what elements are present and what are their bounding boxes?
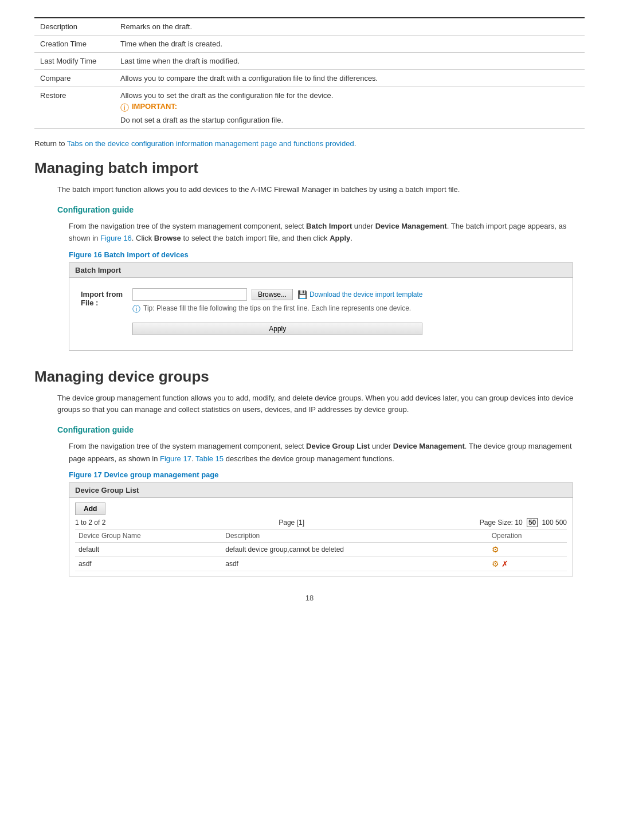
value-creation-time: Time when the draft is created.: [115, 36, 585, 53]
section1-title: Managing batch import: [34, 159, 585, 177]
label-last-modify: Last Modify Time: [34, 53, 115, 70]
return-link-container: Return to Tabs on the device configurati…: [34, 139, 585, 148]
table-row-compare: Compare Allows you to compare the draft …: [34, 70, 585, 87]
important-note: Do not set a draft as the startup config…: [120, 116, 579, 124]
cg1-bold3: Browse: [154, 234, 181, 242]
value-description: Remarks on the draft.: [115, 18, 585, 36]
label-description: Description: [34, 18, 115, 36]
cg2-text1: From the navigation tree of the system m…: [69, 442, 306, 450]
cg1-text2: under: [352, 222, 375, 230]
page-footer: 18: [34, 594, 585, 602]
page-size-label: Page Size: 10: [480, 519, 524, 527]
add-button[interactable]: Add: [75, 503, 105, 515]
label-compare: Compare: [34, 70, 115, 87]
import-controls: Browse... 💾 Download the device import t…: [132, 288, 422, 335]
section1-config-guide-heading: Configuration guide: [57, 205, 585, 214]
pagination-row: 1 to 2 of 2 Page [1] Page Size: 10 50 10…: [75, 519, 567, 527]
section2-config-guide-text: From the navigation tree of the system m…: [69, 440, 585, 465]
cg2-bold2: Device Management: [393, 442, 465, 450]
cg1-bold4: Apply: [330, 234, 350, 242]
section2-config-guide-heading: Configuration guide: [57, 425, 585, 434]
table-row-description: Description Remarks on the draft.: [34, 18, 585, 36]
import-controls-row: Browse... 💾 Download the device import t…: [132, 288, 422, 301]
cg1-text4: . Click: [132, 234, 154, 242]
table-row-restore: Restore Allows you to set the draft as t…: [34, 87, 585, 129]
download-template-link[interactable]: 💾 Download the device import template: [297, 290, 422, 299]
import-row: Import fromFile : Browse... 💾 Download t…: [81, 288, 561, 335]
batch-import-box: Batch Import Import fromFile : Browse...…: [69, 262, 573, 351]
col-device-group-name: Device Group Name: [75, 529, 222, 543]
figure17-link[interactable]: Figure 17: [160, 454, 191, 463]
op-icons: ⚙✗: [492, 559, 563, 568]
important-icon: ⓘ: [120, 103, 129, 113]
import-label: Import fromFile :: [81, 288, 132, 307]
section1-config-guide-text: From the navigation tree of the system m…: [69, 220, 585, 245]
cg1-text6: .: [350, 234, 352, 242]
edit-icon[interactable]: ⚙: [492, 545, 499, 554]
device-group-body: Add 1 to 2 of 2 Page [1] Page Size: 10 5…: [69, 498, 573, 576]
dg-name: default: [75, 543, 222, 557]
apply-button[interactable]: Apply: [132, 323, 422, 335]
dg-description: asdf: [222, 557, 488, 571]
col-operation: Operation: [488, 529, 567, 543]
download-icon: 💾: [297, 290, 307, 299]
delete-icon[interactable]: ✗: [502, 559, 508, 568]
cg2-text4: .: [191, 454, 195, 463]
return-text: Return to: [34, 139, 67, 148]
dg-description: default device group,cannot be deleted: [222, 543, 488, 557]
col-description: Description: [222, 529, 488, 543]
important-block: ⓘ IMPORTANT:: [120, 102, 579, 113]
dg-table-header-row: Device Group Name Description Operation: [75, 529, 567, 543]
figure16-link[interactable]: Figure 16: [100, 234, 132, 242]
page-size-current[interactable]: 50: [527, 518, 538, 527]
page-size-other: 100 500: [540, 519, 567, 527]
dg-name: asdf: [75, 557, 222, 571]
value-restore: Allows you to set the draft as the confi…: [115, 87, 585, 129]
download-link-text: Download the device import template: [310, 291, 422, 299]
label-creation-time: Creation Time: [34, 36, 115, 53]
device-group-box: Device Group List Add 1 to 2 of 2 Page […: [69, 482, 573, 576]
cg1-text1: From the navigation tree of the system m…: [69, 222, 306, 230]
dg-operation: ⚙✗: [488, 557, 567, 571]
section1-description: The batch import function allows you to …: [57, 184, 585, 196]
section2-title: Managing device groups: [34, 368, 585, 386]
cg2-text2: under: [370, 442, 393, 450]
batch-import-body: Import fromFile : Browse... 💾 Download t…: [69, 278, 573, 350]
op-icons: ⚙: [492, 545, 563, 554]
edit-icon[interactable]: ⚙: [492, 559, 499, 568]
return-link[interactable]: Tabs on the device configuration informa…: [67, 139, 354, 148]
important-label: IMPORTANT:: [132, 102, 177, 111]
label-restore: Restore: [34, 87, 115, 129]
tip-icon: ⓘ: [132, 304, 140, 315]
cg2-text5: describes the device group management fu…: [224, 454, 394, 463]
table-row-creation-time: Creation Time Time when the draft is cre…: [34, 36, 585, 53]
value-compare: Allows you to compare the draft with a c…: [115, 70, 585, 87]
info-table: Description Remarks on the draft. Creati…: [34, 17, 585, 129]
tip-row: ⓘ Tip: Please fill the file following th…: [132, 304, 422, 315]
batch-import-header: Batch Import: [69, 263, 573, 278]
figure16-label: Figure 16 Batch import of devices: [69, 250, 585, 259]
figure17-label: Figure 17 Device group management page: [69, 470, 585, 479]
browse-button[interactable]: Browse...: [252, 289, 293, 300]
device-group-table: Device Group Name Description Operation …: [75, 529, 567, 571]
cg1-bold1: Batch Import: [306, 222, 352, 230]
table-row: defaultdefault device group,cannot be de…: [75, 543, 567, 557]
file-input[interactable]: [132, 288, 247, 301]
table-row: asdfasdf⚙✗: [75, 557, 567, 571]
table-row-last-modify: Last Modify Time Last time when the draf…: [34, 53, 585, 70]
tip-text: Tip: Please fill the file following the …: [143, 304, 411, 312]
cg2-bold1: Device Group List: [306, 442, 370, 450]
pagination-showing: 1 to 2 of 2: [75, 519, 105, 527]
cg1-bold2: Device Management: [375, 222, 447, 230]
restore-value-text: Allows you to set the draft as the confi…: [120, 91, 579, 100]
page-size-options: Page Size: 10 50 100 500: [477, 519, 567, 527]
device-group-header: Device Group List: [69, 483, 573, 498]
dg-operation: ⚙: [488, 543, 567, 557]
cg1-text5: to select the batch import file, and the…: [181, 234, 330, 242]
value-last-modify: Last time when the draft is modified.: [115, 53, 585, 70]
pagination-page: Page [1]: [279, 519, 304, 527]
section2-description: The device group management function all…: [57, 392, 585, 417]
table15-link[interactable]: Table 15: [195, 454, 224, 463]
